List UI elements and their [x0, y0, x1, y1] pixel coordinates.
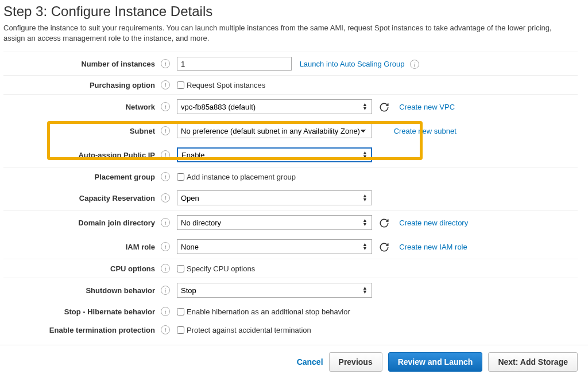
launch-asg-link[interactable]: Launch into Auto Scaling Group [300, 60, 405, 68]
capacity-select[interactable]: Open [177, 190, 372, 205]
spot-checkbox-label: Request Spot instances [187, 81, 265, 89]
previous-button[interactable]: Previous [329, 352, 382, 372]
cpu-checkbox[interactable] [177, 265, 184, 272]
cpu-checkbox-label: Specify CPU options [187, 264, 255, 273]
info-icon[interactable]: i [161, 307, 170, 316]
auto-assign-label: Auto-assign Public IP [3, 143, 158, 167]
auto-assign-select[interactable]: Enable [177, 147, 372, 162]
info-icon[interactable]: i [161, 286, 170, 295]
domain-join-label: Domain join directory [3, 211, 158, 235]
refresh-icon[interactable] [379, 218, 389, 228]
footer-bar: Cancel Previous Review and Launch Next: … [0, 345, 588, 378]
termination-checkbox[interactable] [177, 326, 184, 334]
network-label: Network [3, 95, 158, 119]
placement-checkbox-wrap[interactable]: Add instance to placement group [177, 173, 575, 181]
shutdown-label: Shutdown behavior [3, 278, 158, 303]
next-add-storage-button[interactable]: Next: Add Storage [488, 352, 578, 372]
info-icon[interactable]: i [161, 218, 170, 227]
info-icon[interactable]: i [410, 60, 419, 69]
network-select[interactable]: vpc-fb85a883 (default) [177, 99, 372, 114]
info-icon[interactable]: i [161, 172, 170, 181]
hibernate-checkbox[interactable] [177, 308, 184, 315]
config-form: Number of instances i Launch into Auto S… [3, 52, 578, 339]
num-instances-input[interactable] [177, 57, 292, 71]
subnet-label: Subnet [3, 119, 158, 143]
capacity-label: Capacity Reservation [3, 186, 158, 211]
num-instances-label: Number of instances [3, 52, 158, 76]
info-icon[interactable]: i [161, 126, 170, 135]
info-icon[interactable]: i [161, 102, 170, 111]
info-icon[interactable]: i [161, 150, 170, 159]
create-vpc-link[interactable]: Create new VPC [399, 103, 455, 111]
termination-label: Enable termination protection [3, 321, 158, 339]
info-icon[interactable]: i [161, 242, 170, 251]
refresh-icon[interactable] [379, 242, 389, 252]
spot-checkbox[interactable] [177, 81, 184, 89]
info-icon[interactable]: i [161, 193, 170, 202]
page-title: Step 3: Configure Instance Details [3, 3, 578, 20]
placement-checkbox-label: Add instance to placement group [187, 173, 296, 181]
placement-checkbox[interactable] [177, 173, 184, 181]
cpu-label: CPU options [3, 259, 158, 278]
placement-label: Placement group [3, 167, 158, 186]
info-icon[interactable]: i [161, 59, 170, 68]
hibernate-checkbox-label: Enable hibernation as an additional stop… [187, 307, 350, 316]
create-iam-link[interactable]: Create new IAM role [399, 243, 467, 251]
cancel-button[interactable]: Cancel [297, 357, 323, 367]
info-icon[interactable]: i [161, 325, 170, 334]
hibernate-label: Stop - Hibernate behavior [3, 302, 158, 321]
domain-join-select[interactable]: No directory [177, 215, 372, 230]
create-directory-link[interactable]: Create new directory [399, 219, 468, 227]
create-subnet-link[interactable]: Create new subnet [394, 127, 457, 135]
iam-select[interactable]: None [177, 239, 372, 254]
cpu-checkbox-wrap[interactable]: Specify CPU options [177, 264, 575, 273]
info-icon[interactable]: i [161, 264, 170, 273]
shutdown-select[interactable]: Stop [177, 283, 372, 298]
hibernate-checkbox-wrap[interactable]: Enable hibernation as an additional stop… [177, 307, 575, 316]
info-icon[interactable]: i [161, 80, 170, 89]
termination-checkbox-label: Protect against accidental termination [187, 326, 311, 334]
review-launch-button[interactable]: Review and Launch [388, 352, 483, 372]
purchasing-label: Purchasing option [3, 76, 158, 95]
page-description: Configure the instance to suit your requ… [3, 23, 566, 44]
refresh-icon[interactable] [379, 102, 389, 112]
termination-checkbox-wrap[interactable]: Protect against accidental termination [177, 326, 575, 334]
spot-checkbox-wrap[interactable]: Request Spot instances [177, 81, 575, 89]
iam-label: IAM role [3, 235, 158, 259]
subnet-select[interactable]: No preference (default subnet in any Ava… [177, 123, 372, 138]
